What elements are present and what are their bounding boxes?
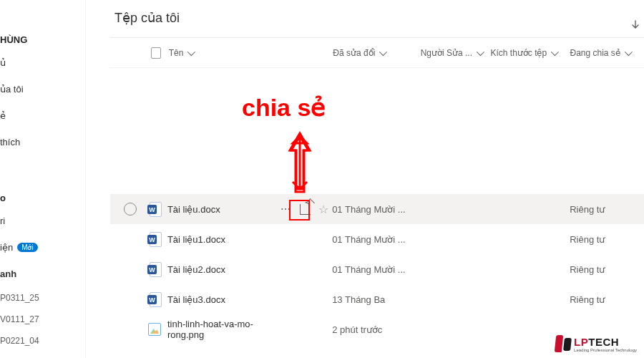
share-button[interactable] <box>296 200 314 218</box>
sidebar-item-1[interactable]: ủa tôi <box>0 76 85 102</box>
badge-new: Mới <box>17 243 38 252</box>
sidebar-folder-0[interactable]: P0311_25 <box>0 287 85 309</box>
file-panel: Tên Đã sửa đổi Người Sửa ... Kích thước … <box>110 37 644 344</box>
sidebar-folder-2[interactable]: P0221_04 <box>0 330 85 352</box>
file-row[interactable]: Tài liệu2.docx 01 Tháng Mười ... Riêng t… <box>110 254 644 284</box>
filetype-word-icon <box>142 262 167 276</box>
file-modified: 13 Tháng Ba <box>332 294 420 305</box>
page-title: Tệp của tôi <box>114 10 644 26</box>
file-sharing: Riêng tư <box>570 234 644 245</box>
col-size[interactable]: Kích thước tệp <box>490 48 570 58</box>
brand-logo: LPTECH Leading Professional Technology <box>554 334 637 354</box>
sidebar-folder-1[interactable]: V0111_27 <box>0 309 85 330</box>
file-name[interactable]: Tài liệu3.docx <box>167 294 281 305</box>
file-type-icon-header <box>143 47 169 59</box>
column-headers: Tên Đã sửa đổi Người Sửa ... Kích thước … <box>110 38 644 68</box>
file-modified: 01 Tháng Mười ... <box>332 234 420 245</box>
annotation-arrow-icon <box>286 130 314 201</box>
share-icon <box>300 204 311 215</box>
filetype-word-icon <box>142 232 167 246</box>
col-sharing[interactable]: Đang chia sẻ <box>570 48 644 58</box>
sidebar-item-2[interactable]: ẻ <box>0 102 85 129</box>
favorite-icon[interactable]: ☆ <box>318 203 328 216</box>
main-content: Tệp của tôi Tên Đã sửa đổi Người Sửa ...… <box>86 0 644 358</box>
file-modified: 01 Tháng Mười ... <box>332 204 420 215</box>
download-icon[interactable] <box>630 20 641 34</box>
col-name[interactable]: Tên <box>169 48 333 58</box>
file-modified: 01 Tháng Mười ... <box>332 264 420 275</box>
more-icon[interactable]: ⋯ <box>280 203 291 215</box>
col-modified[interactable]: Đã sửa đổi <box>333 48 420 58</box>
sidebar-item-0[interactable]: ủ <box>0 49 85 76</box>
file-modified: 2 phút trước <box>332 324 420 335</box>
file-sharing: Riêng tư <box>570 294 644 305</box>
file-name[interactable]: Tài liệu.docx <box>167 204 281 215</box>
sidebar-item-3[interactable]: thích <box>0 129 85 155</box>
sidebar-section-user: HÙNG <box>0 30 85 49</box>
sidebar: HÙNG ủ ủa tôi ẻ thích o ri iện Mới anh P… <box>0 0 86 358</box>
sidebar-item-5[interactable]: iện Mới <box>0 234 85 261</box>
filetype-word-icon <box>142 202 167 216</box>
logo-subtext: Leading Professional Technology <box>574 348 637 352</box>
row-actions: ⋯ ☆ <box>280 200 332 218</box>
file-name[interactable]: Tài liệu2.docx <box>167 264 281 275</box>
logo-mark-icon <box>554 334 572 354</box>
file-row[interactable]: Tài liệu1.docx 01 Tháng Mười ... Riêng t… <box>110 224 644 254</box>
row-select[interactable] <box>119 203 142 216</box>
logo-text: LPTECH <box>574 336 637 348</box>
filetype-word-icon <box>142 292 167 306</box>
filetype-image-icon <box>142 323 167 336</box>
file-row[interactable]: Tài liệu.docx ⋯ ☆ 01 Tháng Mười ... Riên… <box>110 194 644 224</box>
sidebar-section-2: o <box>0 188 85 208</box>
sidebar-item-4[interactable]: ri <box>0 208 85 234</box>
file-sharing: Riêng tư <box>570 204 644 215</box>
file-name[interactable]: Tài liệu1.docx <box>167 234 281 245</box>
sidebar-item-6[interactable]: anh <box>0 261 85 287</box>
col-modifiedby[interactable]: Người Sửa ... <box>421 48 491 58</box>
file-row[interactable]: Tài liệu3.docx 13 Tháng Ba Riêng tư <box>110 284 644 314</box>
file-name[interactable]: tinh-linh-hoat-va-mo-rong.png <box>167 319 281 340</box>
annotation-label: chia sẻ <box>242 93 326 122</box>
file-sharing: Riêng tư <box>570 264 644 275</box>
